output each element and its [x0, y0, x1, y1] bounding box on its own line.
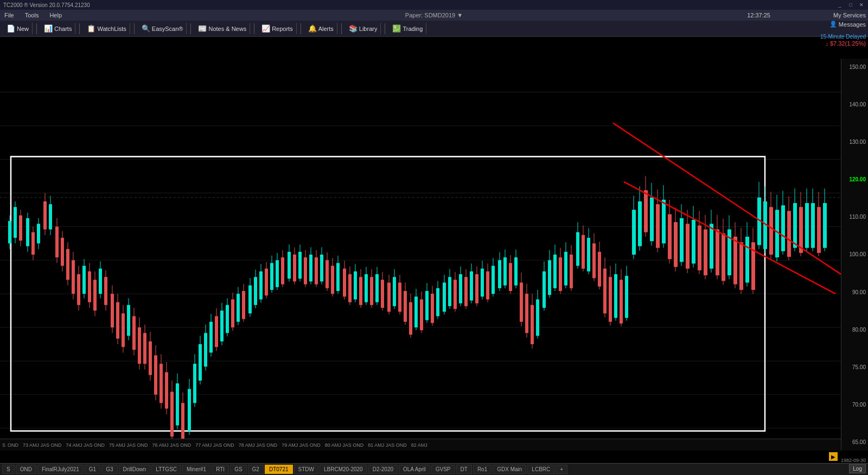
arrow-button[interactable]: ▶ [829, 452, 838, 461]
tab-lttgsc[interactable]: LTTGSC [151, 465, 181, 474]
time-label-1979: AMJ JAS OND [288, 442, 321, 448]
price-label-75: 75.00 [844, 364, 866, 370]
easyscan-label: EasyScan® [152, 26, 183, 32]
separator-6 [301, 23, 301, 34]
reports-icon: 📈 [261, 24, 270, 33]
time-label-75: 75 [109, 442, 114, 448]
alerts-icon: 🔔 [308, 24, 317, 33]
price-change-text: ↓ $7.32(1.25%) [825, 40, 866, 47]
tab-dt[interactable]: DT [456, 465, 472, 474]
time-label-73: 73 [23, 442, 28, 448]
easyscan-button[interactable]: 🔍 EasyScan® [138, 23, 187, 34]
separator-1 [36, 23, 37, 34]
minimize-button[interactable]: _ [837, 2, 843, 8]
price-label-70: 70.00 [844, 402, 866, 408]
time-label-78: 78 [239, 442, 244, 448]
tab-gvsp[interactable]: GVSP [431, 465, 455, 474]
tab-g2[interactable]: G2 [248, 465, 264, 474]
tab-d2-2020[interactable]: D2-2020 [368, 465, 398, 474]
tab-rti[interactable]: RTI [212, 465, 229, 474]
tab-dt0721[interactable]: DT0721 [265, 465, 293, 474]
easyscan-icon: 🔍 [142, 24, 150, 33]
tab-g1[interactable]: G1 [85, 465, 100, 474]
price-label-120: 120.00 [844, 176, 866, 182]
new-button[interactable]: 📄 New [3, 23, 33, 34]
toolbar: 📄 New 📊 Charts 📋 WatchLists 🔍 EasyScan® … [0, 21, 868, 37]
price-label-100: 100.00 [844, 251, 866, 257]
reports-label: Reports [272, 26, 293, 32]
separator-7 [341, 23, 342, 34]
tab-miner1[interactable]: Miner#1 [182, 465, 210, 474]
time-label-80: 80 [325, 442, 330, 448]
library-label: Library [359, 26, 378, 32]
title-bar: TC2000 ® Version 20.0.7754.21230 _ □ ✕ [0, 0, 868, 10]
reports-button[interactable]: 📈 Reports [258, 23, 297, 34]
menu-file[interactable]: File [2, 11, 16, 20]
time-label-1982: AMJ [418, 442, 427, 448]
time-label-74: 74 [66, 442, 72, 448]
tab-gdx-main[interactable]: GDX Main [493, 465, 526, 474]
price-label-90: 90.00 [844, 289, 866, 295]
charts-icon: 📊 [44, 24, 53, 33]
bottom-tabs: S OND FinalRJuly2021 G1 G3 DrillDown LTT… [0, 463, 868, 475]
price-label-140: 140.00 [844, 102, 866, 107]
time-label-82: 82 [411, 442, 417, 448]
current-date: 1982-09-30 [841, 458, 866, 463]
tab-stdw[interactable]: STDW [294, 465, 318, 474]
time-axis: S OND 73 AMJ JAS OND 74 AMJ JAS OND 75 A… [0, 439, 841, 451]
clock-time: 12:37:25 [747, 12, 770, 18]
price-label-130: 130.00 [844, 139, 866, 145]
tab-ond[interactable]: OND [16, 465, 36, 474]
my-services[interactable]: My Services [833, 12, 866, 18]
trading-button[interactable]: 💹 Trading [389, 23, 426, 34]
charts-label: Charts [54, 26, 72, 32]
price-label-65: 65.00 [844, 439, 866, 445]
library-button[interactable]: 📚 Library [346, 23, 381, 34]
tab-s[interactable]: S [2, 465, 15, 474]
price-change-banner: ↓ $7.32(1.25%) [825, 40, 866, 47]
chart-svg [0, 59, 841, 451]
price-label-110: 110.00 [844, 214, 866, 220]
watchlists-button[interactable]: 📋 WatchLists [84, 23, 130, 34]
separator-5 [254, 23, 254, 34]
messages-area: 👤 Messages [829, 21, 866, 28]
tab-lbrcm20-2020[interactable]: LBRCM20-2020 [320, 465, 367, 474]
tab-lcbrc[interactable]: LCBRC [527, 465, 554, 474]
price-axis: 150.00 140.00 130.00 120.00 110.00 100.0… [841, 59, 868, 451]
watchlists-label: WatchLists [97, 26, 126, 32]
menu-help[interactable]: Help [47, 11, 64, 20]
time-label-1974: AMJ JAS OND [73, 442, 105, 448]
time-label-1977: AMJ JAS OND [202, 442, 234, 448]
paper-indicator[interactable]: Paper: SDMD2019 ▼ [405, 12, 463, 18]
tab-g3[interactable]: G3 [101, 465, 117, 474]
time-label-1980: AMJ JAS OND [331, 442, 364, 448]
library-icon: 📚 [349, 24, 358, 33]
trading-icon: 💹 [392, 24, 401, 33]
time-label-1981: AMJ JAS OND [374, 442, 407, 448]
tab-gs[interactable]: GS [230, 465, 246, 474]
time-label-76: 76 [152, 442, 158, 448]
time-label-77: 77 [195, 442, 201, 448]
time-label-81: 81 [368, 442, 373, 448]
tab-add[interactable]: + [556, 465, 567, 474]
chart-container: 150.00 140.00 130.00 120.00 110.00 100.0… [0, 59, 868, 451]
tab-ola-april[interactable]: OLA April [399, 465, 430, 474]
log-button[interactable]: Log [849, 464, 866, 473]
time-label-ond: OND [8, 442, 18, 448]
close-button[interactable]: ✕ [858, 2, 865, 8]
my-services-label: My Services [833, 12, 866, 18]
price-label-80: 80.00 [844, 327, 866, 333]
clock: 12:37:25 [747, 12, 770, 18]
messages-button[interactable]: 👤 Messages [829, 21, 866, 28]
notes-button[interactable]: 📰 Notes & News [195, 23, 250, 34]
new-icon: 📄 [7, 24, 15, 33]
maximize-button[interactable]: □ [847, 2, 854, 8]
tab-drilldown[interactable]: DrillDown [119, 465, 151, 474]
menu-tools[interactable]: Tools [23, 11, 41, 20]
charts-button[interactable]: 📊 Charts [41, 23, 75, 34]
alerts-button[interactable]: 🔔 Alerts [305, 23, 337, 34]
alerts-label: Alerts [318, 26, 334, 32]
tab-finalrjuly2021[interactable]: FinalRJuly2021 [37, 465, 84, 474]
time-label-1976: AMJ JAS OND [159, 442, 192, 448]
tab-ro1[interactable]: Ro1 [473, 465, 492, 474]
